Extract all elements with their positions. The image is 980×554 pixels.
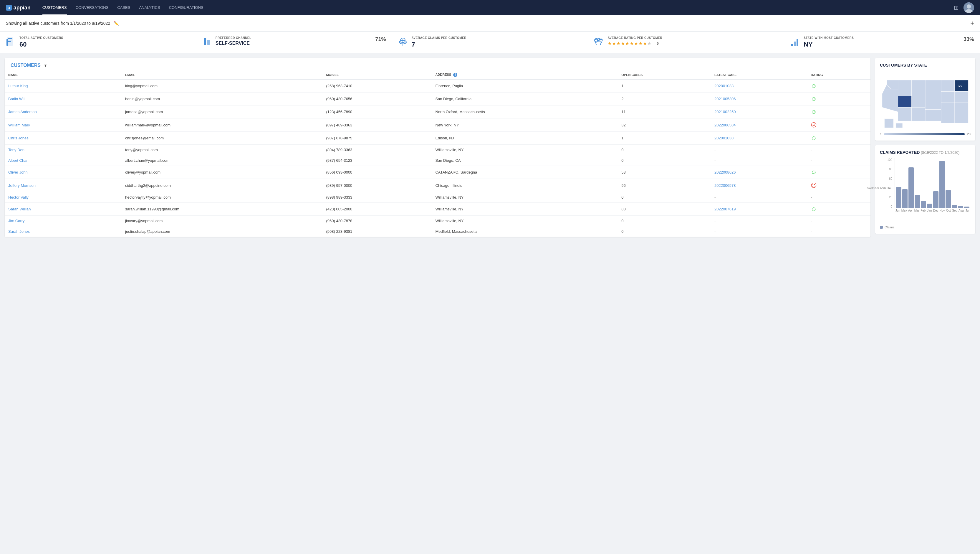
customer-name[interactable]: Barlin Will [8, 97, 25, 101]
filter-icon[interactable]: ▼ [44, 63, 48, 68]
y-label-0: 0 [891, 205, 892, 208]
table-row: Sarah Willian sarah.willian.11990@gmail.… [5, 203, 870, 216]
chart-bars [895, 158, 970, 208]
stat-avg-rating: AVERAGE RATING PER CUSTOMER ★★★★★★★★★★ 9 [588, 32, 784, 53]
customer-open-cases-cell: 53 [618, 166, 711, 179]
customer-latest-case-cell: 2021005306 [711, 93, 807, 105]
y-label-60: 60 [889, 177, 892, 180]
case-link[interactable]: 2022007619 [714, 207, 736, 211]
customer-name[interactable]: Luthur King [8, 84, 28, 88]
table-row: Albert Chan albert.chan@yopmail.com (987… [5, 155, 870, 166]
customer-email-cell: justin.shalap@appian.com [122, 226, 323, 237]
customer-latest-case-cell: 2022008626 [711, 166, 807, 179]
customer-mobile-cell: (987) 654-3123 [323, 155, 432, 166]
customer-email-cell: jimcary@yopmail.com [122, 216, 323, 226]
map-max: 20 [967, 132, 970, 136]
customer-rating-cell: ☺ [807, 80, 870, 93]
avg-claims-icon [398, 37, 407, 48]
state-most-label: STATE WITH MOST CUSTOMERS [803, 36, 959, 40]
app-logo[interactable]: a appian [6, 5, 30, 11]
rating-happy: ☺ [811, 169, 816, 175]
customer-open-cases-cell: 88 [618, 203, 711, 216]
add-button[interactable]: + [970, 19, 974, 27]
customer-latest-case-cell: 2022006584 [711, 118, 807, 132]
stat-state-most: STATE WITH MOST CUSTOMERS NY 33% [784, 32, 980, 53]
customer-name[interactable]: Hector Vally [8, 195, 29, 200]
nav-cases[interactable]: CASES [117, 1, 130, 15]
svg-marker-31 [941, 91, 955, 102]
customer-rating-cell: - [807, 192, 870, 203]
rating-dash: - [811, 195, 812, 200]
customer-latest-case-cell: - [711, 226, 807, 237]
subheader: Showing all active customers from 1/1/20… [0, 15, 980, 32]
customer-open-cases-cell: 11 [618, 105, 711, 118]
latest-case-dash: - [714, 148, 716, 152]
col-address: ADDRESS i [432, 70, 618, 80]
customer-name-cell: Sarah Jones [5, 226, 122, 237]
customer-latest-case-cell: - [711, 155, 807, 166]
case-link[interactable]: 2022006578 [714, 183, 736, 188]
svg-rect-15 [791, 44, 793, 46]
grid-icon[interactable]: ⊞ [954, 4, 959, 11]
edit-icon[interactable]: ✏️ [114, 21, 119, 26]
avg-claims-label: AVERAGE CLAIMS PER CUSTOMER [412, 36, 582, 40]
nav-links: CUSTOMERS CONVERSATIONS CASES ANALYTICS … [42, 1, 954, 15]
table-row: Oliver John oliverj@yopmail.com (856) 09… [5, 166, 870, 179]
customer-latest-case-cell: 2022006578 [711, 179, 807, 192]
svg-marker-20 [882, 89, 898, 112]
rating-happy: ☺ [811, 96, 816, 102]
customer-name[interactable]: Sarah Willian [8, 207, 31, 211]
subheader-text: Showing all active customers from 1/1/20… [6, 21, 119, 26]
rating-happy: ☺ [811, 135, 816, 141]
map-title: CUSTOMERS BY STATE [880, 63, 970, 67]
us-map: NY [880, 71, 970, 130]
customer-name[interactable]: William Mark [8, 123, 30, 127]
case-link[interactable]: 2021005306 [714, 97, 736, 101]
svg-marker-29 [925, 110, 941, 121]
customer-name-cell: Jeffery Morrison [5, 179, 122, 192]
address-info-icon[interactable]: i [453, 73, 457, 77]
customer-open-cases-cell: 2 [618, 93, 711, 105]
case-link[interactable]: 2022008626 [714, 170, 736, 174]
case-link[interactable]: 202001033 [714, 84, 733, 88]
svg-marker-33 [941, 114, 955, 123]
customer-name[interactable]: James Anderson [8, 110, 37, 114]
nav-analytics[interactable]: ANALYTICS [139, 1, 160, 15]
customer-open-cases-cell: 0 [618, 155, 711, 166]
rating-sad: ☹ [811, 182, 817, 188]
main-content: CUSTOMERS ▼ NAME EMAIL MOBILE ADDRESS i … [0, 53, 980, 242]
svg-marker-39 [896, 123, 902, 128]
customers-title: CUSTOMERS [11, 63, 41, 68]
customer-name[interactable]: Sarah Jones [8, 229, 30, 234]
customer-email-cell: albert.chan@yopmail.com [122, 155, 323, 166]
x-axis-label: Jun [895, 209, 901, 212]
x-axis-label: Dec [932, 209, 939, 212]
preferred-channel-label: PREFERRED CHANNEL [216, 36, 371, 40]
nav-configurations[interactable]: CONFIGURATIONS [169, 1, 204, 15]
customer-name[interactable]: Jim Carry [8, 219, 25, 223]
case-link[interactable]: 2021002250 [714, 110, 736, 114]
nav-conversations[interactable]: CONVERSATIONS [76, 1, 109, 15]
customer-name[interactable]: Albert Chan [8, 158, 29, 163]
svg-marker-27 [925, 80, 941, 96]
rating-dash: - [811, 219, 812, 223]
customer-name[interactable]: Oliver John [8, 170, 28, 174]
avg-rating-icon [594, 37, 603, 48]
nav-customers[interactable]: CUSTOMERS [42, 1, 67, 15]
case-link[interactable]: 2022006584 [714, 123, 736, 127]
chart-bar [902, 189, 908, 208]
svg-rect-9 [207, 40, 210, 45]
user-avatar[interactable] [964, 2, 974, 13]
table-row: Jeffery Morrison siddharthg2@appcino.com… [5, 179, 870, 192]
chart-bar [964, 207, 969, 208]
customer-name[interactable]: Chris Jones [8, 136, 29, 140]
customer-mobile-cell: (960) 430-7878 [323, 216, 432, 226]
total-active-content: TOTAL ACTIVE CUSTOMERS 60 [19, 36, 190, 48]
customer-name[interactable]: Tony Den [8, 148, 24, 152]
customer-address-cell: San Diego, California [432, 93, 618, 105]
customer-name[interactable]: Jeffery Morrison [8, 183, 36, 188]
navigation: a appian CUSTOMERS CONVERSATIONS CASES A… [0, 0, 980, 15]
chart-bar [921, 201, 926, 208]
customer-rating-cell: - [807, 216, 870, 226]
case-link[interactable]: 202001038 [714, 136, 733, 140]
